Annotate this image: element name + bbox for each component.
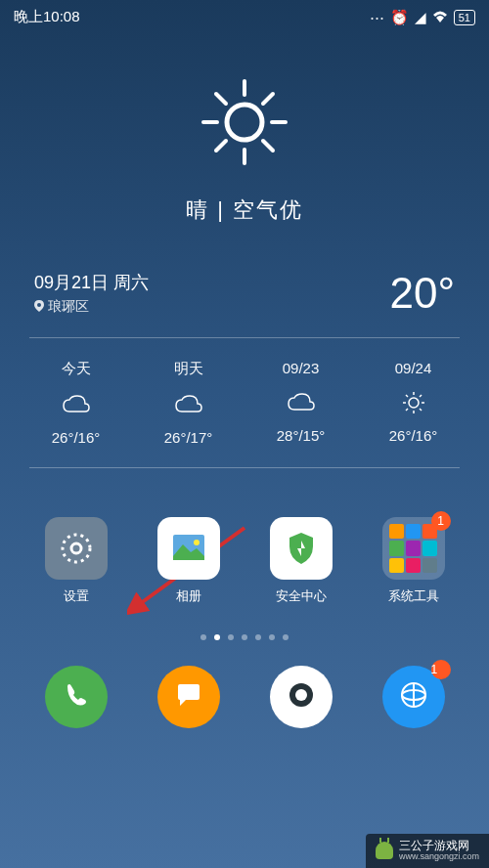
svg-point-20: [71, 543, 81, 553]
app-settings[interactable]: 设置: [32, 517, 120, 605]
badge: 1: [431, 660, 451, 679]
dock-messages[interactable]: [157, 666, 220, 728]
app-label: 安全中心: [257, 587, 345, 605]
forecast-label: 明天: [132, 360, 244, 378]
svg-line-16: [420, 395, 422, 397]
forecast-label: 09/23: [244, 360, 357, 376]
svg-line-8: [216, 141, 226, 151]
forecast-temp: 28°/15°: [244, 427, 357, 444]
badge: 1: [431, 511, 451, 531]
page-dot-4[interactable]: [255, 634, 261, 640]
weather-condition: 晴 | 空气优: [0, 195, 489, 225]
svg-line-5: [216, 94, 226, 104]
svg-point-19: [63, 535, 90, 562]
forecast-day-0[interactable]: 今天 26°/16°: [20, 360, 132, 446]
forecast-label: 今天: [20, 360, 132, 378]
phone-icon: [62, 680, 91, 714]
cloud-icon: [20, 390, 132, 419]
dock-camera[interactable]: [270, 666, 333, 728]
home-apps-row: 设置 相册 安全中心 1 系统工具: [0, 468, 489, 615]
status-time: 晚上10:08: [14, 8, 80, 26]
weather-widget[interactable]: 晴 | 空气优: [0, 34, 489, 235]
dock-phone[interactable]: [45, 666, 108, 728]
page-dot-1[interactable]: [214, 634, 220, 640]
svg-point-0: [227, 105, 262, 140]
current-temperature: 20°: [389, 269, 455, 318]
app-gallery[interactable]: 相册: [145, 517, 233, 605]
cloud-icon: [132, 390, 244, 419]
sun-icon: [196, 73, 293, 171]
camera-icon: [285, 678, 318, 716]
status-bar: 晚上10:08 ⋯ ⏰ ◢ 51: [0, 0, 489, 34]
dock-browser[interactable]: 1: [382, 666, 445, 728]
date-temp-row[interactable]: 09月21日 周六 琅琊区 20°: [0, 235, 489, 337]
weather-location: 琅琊区: [34, 298, 149, 316]
app-system-tools[interactable]: 1 系统工具: [370, 517, 458, 605]
svg-point-22: [194, 540, 200, 545]
page-dot-2[interactable]: [228, 634, 234, 640]
location-text: 琅琊区: [48, 298, 89, 316]
svg-point-24: [295, 689, 307, 701]
forecast-temp: 26°/16°: [357, 427, 469, 444]
app-label: 系统工具: [370, 587, 458, 605]
forecast-row[interactable]: 今天 26°/16° 明天 26°/17° 09/23 28°/15° 09/2…: [0, 338, 489, 467]
app-label: 设置: [32, 587, 120, 605]
watermark-title: 三公子游戏网: [399, 839, 469, 852]
cloud-icon: [244, 388, 357, 417]
more-icon: ⋯: [370, 9, 384, 26]
svg-line-7: [263, 94, 273, 104]
alarm-icon: ⏰: [390, 9, 409, 26]
sun-icon: [357, 388, 469, 417]
svg-line-17: [406, 409, 408, 411]
page-indicator[interactable]: [0, 615, 489, 656]
forecast-label: 09/24: [357, 360, 469, 376]
forecast-day-2[interactable]: 09/23 28°/15°: [244, 360, 357, 446]
status-indicators: ⋯ ⏰ ◢ 51: [370, 9, 475, 26]
watermark: 三公子游戏网 www.sangongzi.com: [366, 834, 489, 868]
svg-line-15: [420, 409, 422, 411]
app-security[interactable]: 安全中心: [257, 517, 345, 605]
page-dot-0[interactable]: [200, 634, 206, 640]
svg-line-14: [406, 395, 408, 397]
signal-icon: ◢: [415, 9, 426, 26]
app-label: 相册: [145, 587, 233, 605]
location-pin-icon: [34, 299, 44, 315]
forecast-temp: 26°/17°: [132, 429, 244, 446]
svg-line-6: [263, 141, 273, 151]
watermark-url: www.sangongzi.com: [399, 852, 479, 862]
forecast-temp: 26°/16°: [20, 429, 132, 446]
wifi-icon: [432, 9, 448, 25]
page-dot-6[interactable]: [283, 634, 289, 640]
browser-icon: [399, 680, 428, 714]
page-dot-5[interactable]: [269, 634, 275, 640]
android-logo-icon: [376, 842, 393, 859]
page-dot-3[interactable]: [242, 634, 247, 640]
forecast-day-1[interactable]: 明天 26°/17°: [132, 360, 244, 446]
messages-icon: [174, 680, 203, 714]
weather-date: 09月21日 周六: [34, 271, 149, 294]
battery-indicator: 51: [454, 10, 475, 25]
dock: 1: [0, 656, 489, 748]
forecast-day-3[interactable]: 09/24 26°/16°: [357, 360, 469, 446]
svg-point-9: [409, 398, 419, 408]
